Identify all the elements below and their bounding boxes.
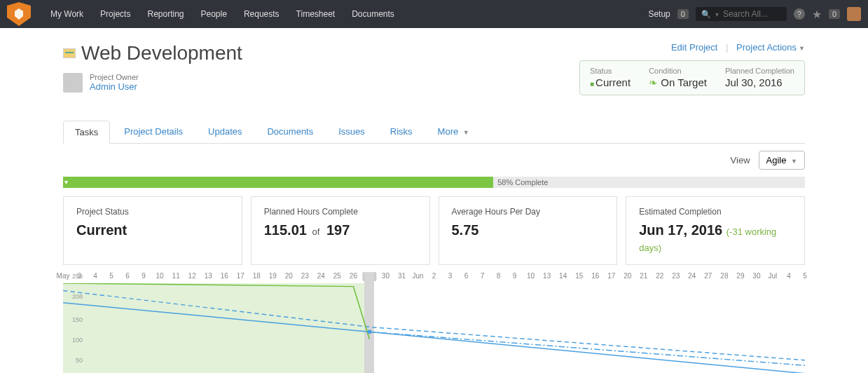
- series-actual: [63, 283, 369, 339]
- project-icon: [63, 48, 76, 58]
- tab-tasks[interactable]: Tasks: [63, 121, 110, 144]
- chevron-down-icon: ▼: [799, 45, 805, 52]
- chart-today-dot: [367, 330, 371, 334]
- timeline-tick: 16: [221, 272, 228, 280]
- nav-projects[interactable]: Projects: [93, 5, 137, 23]
- agile-view-button[interactable]: Agile ▼: [759, 151, 805, 170]
- timeline-tick: 5: [803, 272, 807, 280]
- nav-timesheet[interactable]: Timesheet: [289, 5, 343, 23]
- tab-project-details[interactable]: Project Details: [113, 121, 194, 143]
- timeline-tick: 12: [188, 272, 196, 280]
- timeline-tick: 31: [398, 272, 406, 280]
- timeline-tick: 30: [382, 272, 390, 280]
- timeline-tick: 6: [464, 272, 469, 280]
- timeline-tick: 10: [156, 272, 164, 280]
- nav-requests[interactable]: Requests: [237, 5, 287, 23]
- timeline-tick: 18: [253, 272, 261, 280]
- tab-more[interactable]: More ▼: [427, 121, 481, 143]
- timeline-tick: 13: [205, 272, 212, 280]
- timeline-tick: 4: [93, 272, 97, 280]
- favorites-icon[interactable]: ★: [812, 8, 822, 21]
- timeline-tick: 28: [720, 272, 728, 280]
- timeline-tick: 11: [172, 272, 180, 280]
- condition-label: Condition: [649, 67, 707, 75]
- project-actions-menu[interactable]: Project Actions▼: [736, 42, 805, 53]
- burndown-chart: May3456910111213161718192023242526273031…: [63, 272, 805, 373]
- timeline-tick: 27: [704, 272, 712, 280]
- owner-label: Project Owner: [90, 73, 139, 81]
- owner-avatar[interactable]: [63, 73, 83, 93]
- timeline-tick: 21: [640, 272, 647, 280]
- timeline-tick: 2: [432, 272, 436, 280]
- nav-people[interactable]: People: [194, 5, 234, 23]
- tab-documents[interactable]: Documents: [256, 121, 324, 143]
- progress-bar: ▾ 58% Complete: [63, 177, 805, 188]
- project-header: Web Development Project Owner Admin User…: [63, 42, 805, 114]
- timeline-tick: 24: [688, 272, 696, 280]
- timeline-tick: 4: [787, 272, 791, 280]
- search-input[interactable]: [723, 9, 786, 19]
- timeline-tick: Jun: [412, 272, 423, 280]
- timeline-tick: 3: [448, 272, 453, 280]
- stat-cards: Project Status Current Planned Hours Com…: [63, 196, 805, 265]
- series-projected_lower: [369, 332, 805, 365]
- help-icon[interactable]: ?: [794, 8, 805, 20]
- card-label: Planned Hours Complete: [264, 207, 417, 217]
- status-dot-icon: ■: [590, 80, 594, 88]
- global-search[interactable]: 🔍 ▾: [696, 7, 787, 21]
- chart-area: 50100150208258: [63, 283, 805, 373]
- project-tabs: TasksProject DetailsUpdatesDocumentsIssu…: [63, 121, 805, 144]
- timeline-tick: 13: [543, 272, 551, 280]
- series-projected_upper: [63, 290, 805, 360]
- user-avatar[interactable]: [847, 7, 861, 21]
- timeline-tick: 17: [607, 272, 615, 280]
- status-label: Status: [590, 67, 631, 75]
- timeline-tick: 22: [656, 272, 663, 280]
- planned-completion-label: Planned Completion: [725, 67, 794, 75]
- timeline-tick: 9: [513, 272, 517, 280]
- timeline-tick: 29: [736, 272, 744, 280]
- tab-issues[interactable]: Issues: [327, 121, 376, 143]
- progress-expand-icon[interactable]: ▾: [64, 177, 68, 188]
- timeline-tick: Jul: [769, 272, 778, 280]
- planned-completion-value: Jul 30, 2016: [725, 76, 794, 88]
- setup-badge: 0: [677, 9, 689, 19]
- timeline-tick: 6: [125, 272, 130, 280]
- status-value: Current: [595, 76, 631, 88]
- card-avg-hours: Average Hours Per Day 5.75: [439, 196, 618, 265]
- favorites-badge: 0: [829, 9, 840, 19]
- owner-name-link[interactable]: Admin User: [90, 81, 139, 92]
- chart-timeline: May3456910111213161718192023242526273031…: [63, 272, 805, 283]
- chevron-down-icon: ▾: [715, 11, 719, 18]
- timeline-tick: 15: [575, 272, 583, 280]
- timeline-tick: 30: [752, 272, 760, 280]
- chart-lines: [63, 283, 805, 373]
- timeline-tick: 20: [285, 272, 293, 280]
- chevron-down-icon: ▼: [463, 129, 469, 136]
- top-nav: My WorkProjectsReportingPeopleRequestsTi…: [0, 0, 868, 28]
- card-label: Project Status: [76, 207, 229, 217]
- card-est-completion: Estimated Completion Jun 17, 2016 (-31 w…: [626, 196, 805, 265]
- yaxis-tick: 258: [72, 273, 83, 280]
- card-label: Average Hours Per Day: [452, 207, 605, 217]
- timeline-tick: 10: [527, 272, 535, 280]
- nav-documents[interactable]: Documents: [345, 5, 401, 23]
- tab-risks[interactable]: Risks: [379, 121, 424, 143]
- tab-updates[interactable]: Updates: [197, 121, 253, 143]
- nav-reporting[interactable]: Reporting: [140, 5, 191, 23]
- brand-logo[interactable]: [7, 2, 31, 26]
- status-summary: Status ■Current Condition ❧ On Target Pl…: [579, 60, 805, 95]
- setup-link[interactable]: Setup: [648, 9, 670, 19]
- timeline-tick: 26: [350, 272, 357, 280]
- timeline-tick: 20: [624, 272, 631, 280]
- progress-text: 58% Complete: [497, 177, 548, 188]
- timeline-tick: 14: [559, 272, 567, 280]
- timeline-tick: 16: [591, 272, 599, 280]
- card-planned-hours: Planned Hours Complete 115.01 of 197: [251, 196, 430, 265]
- timeline-tick: 23: [672, 272, 680, 280]
- nav-my-work[interactable]: My Work: [43, 5, 90, 23]
- nav-links: My WorkProjectsReportingPeopleRequestsTi…: [43, 5, 401, 23]
- edit-project-link[interactable]: Edit Project: [671, 42, 717, 53]
- card-value: Current: [76, 222, 229, 238]
- timeline-tick: 5: [109, 272, 113, 280]
